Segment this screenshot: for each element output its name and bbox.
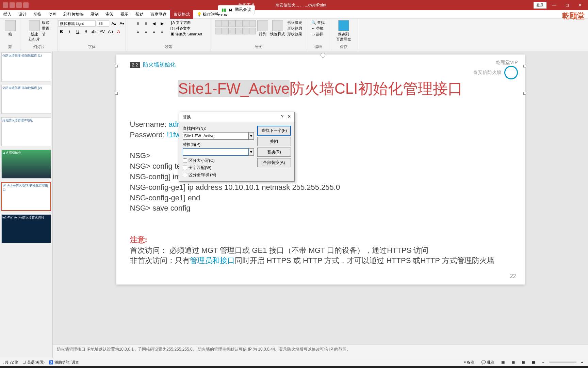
undo-icon[interactable] xyxy=(16,2,22,8)
width-checkbox[interactable]: 区分全/半角(M) xyxy=(183,172,254,178)
align-center-icon[interactable]: ≡ xyxy=(143,28,149,35)
thumbnail[interactable]: 始化防火墙管理IP地址 xyxy=(1,117,51,146)
tab-shape-format[interactable]: 形状格式 xyxy=(170,10,193,19)
spacing-icon[interactable]: AV xyxy=(99,28,106,35)
font-size-select[interactable] xyxy=(97,20,109,27)
replace-all-button[interactable]: 全部替换(A) xyxy=(257,158,291,167)
shapes-gallery[interactable] xyxy=(215,20,255,34)
slide-count: , 共 72 张 xyxy=(3,360,18,365)
notes-button[interactable]: ≡ 备注 xyxy=(462,359,476,366)
tab-review[interactable]: 审阅 xyxy=(102,10,117,19)
quick-styles-button[interactable]: 快速样式 xyxy=(270,20,285,37)
font-name-select[interactable] xyxy=(58,20,96,27)
new-slide-button[interactable]: 新建 幻灯片 xyxy=(29,20,40,42)
shadow-icon[interactable]: abc xyxy=(91,28,98,35)
selection-handle[interactable] xyxy=(523,92,526,95)
shape-fill-button[interactable]: 形状填充 xyxy=(287,20,302,25)
justify-icon[interactable]: ≡ xyxy=(159,28,166,35)
tencent-meeting-badge[interactable]: ▮▮ ᴍ 腾讯会议 xyxy=(218,5,255,14)
tab-design[interactable]: 设计 xyxy=(15,10,30,19)
reset-button[interactable]: 重置 xyxy=(42,26,49,31)
dropdown-icon[interactable]: ▾ xyxy=(248,132,254,140)
tab-record[interactable]: 录制 xyxy=(87,10,102,19)
accessibility[interactable]: ♿ 辅助功能: 调查 xyxy=(49,360,79,365)
selection-handle[interactable] xyxy=(115,65,118,67)
font-color-icon[interactable]: A xyxy=(115,28,122,35)
align-left-icon[interactable]: ≡ xyxy=(134,28,141,35)
titlebar: 绘图工具 奇安信防火... ... ...owerPoint 登录 — ◻ ✕ xyxy=(0,0,588,10)
sorter-view-icon[interactable]: ▦ xyxy=(509,359,517,365)
redo-icon[interactable] xyxy=(23,2,29,8)
find-button[interactable]: 🔍 查找 xyxy=(311,20,325,25)
login-button[interactable]: 登录 xyxy=(534,2,546,9)
replace-button[interactable]: 替换(R) xyxy=(257,148,291,157)
align-right-icon[interactable]: ≡ xyxy=(151,28,158,35)
grow-font-icon[interactable]: A▴ xyxy=(111,20,117,27)
paste-icon[interactable] xyxy=(5,20,16,31)
save-icon[interactable] xyxy=(10,2,15,8)
close-icon[interactable]: ✕ xyxy=(288,114,291,119)
thumbnail[interactable]: .2 火墙初始化 xyxy=(1,150,51,179)
smartart-button[interactable]: ▣ 转换为 SmartArt xyxy=(170,32,202,37)
thumbnail[interactable]: 化防火墙部署-添加数据库 (2) xyxy=(1,85,51,114)
zoom-slider[interactable] xyxy=(549,362,576,363)
tab-help[interactable]: 帮助 xyxy=(132,10,147,19)
bullets-icon[interactable]: ≡ xyxy=(134,20,141,27)
shrink-font-icon[interactable]: A▾ xyxy=(119,20,126,27)
tab-view[interactable]: 视图 xyxy=(117,10,132,19)
rotate-handle-icon[interactable] xyxy=(321,53,325,58)
text-direction-button[interactable]: ‖A 文字方向 xyxy=(170,20,202,25)
reading-view-icon[interactable]: ▦ xyxy=(520,359,527,365)
layout-button[interactable]: 版式 xyxy=(42,20,49,25)
find-label: 查找内容(N): xyxy=(183,126,254,132)
maximize-icon[interactable]: ◻ xyxy=(562,3,572,7)
shape-outline-button[interactable]: 形状轮廓 xyxy=(287,26,302,31)
zoom-out-icon[interactable]: − xyxy=(540,359,546,365)
selection-handle[interactable] xyxy=(523,65,526,67)
italic-icon[interactable]: I xyxy=(66,28,73,35)
strike-icon[interactable]: S xyxy=(83,28,89,35)
selection-handle[interactable] xyxy=(115,92,118,95)
replace-input[interactable] xyxy=(183,148,248,156)
minimize-icon[interactable]: — xyxy=(549,3,559,7)
close-icon[interactable]: ✕ xyxy=(575,3,585,7)
find-next-button[interactable]: 查找下一个(F) xyxy=(257,126,291,136)
tab-baidu[interactable]: 百度网盘 xyxy=(147,10,170,19)
whole-word-checkbox[interactable]: 全字匹配(W) xyxy=(183,165,254,171)
language[interactable]: ☐ 英语(美国) xyxy=(22,360,44,365)
replace-button[interactable]: ↔ 替换 xyxy=(311,26,325,31)
tab-slideshow[interactable]: 幻灯片放映 xyxy=(60,10,87,19)
ribbon-tabs: 插入 设计 切换 动画 幻灯片放映 录制 审阅 视图 帮助 百度网盘 形状格式 … xyxy=(0,10,588,19)
save-cloud-button[interactable]: 保存到 百度网盘 xyxy=(336,20,351,42)
shape-effect-button[interactable]: 形状效果 xyxy=(287,32,302,37)
case-icon[interactable]: Aa xyxy=(107,28,114,35)
tab-insert[interactable]: 插入 xyxy=(0,10,15,19)
normal-view-icon[interactable]: ▦ xyxy=(499,359,507,365)
dropdown-icon[interactable]: ▾ xyxy=(248,148,254,156)
match-case-checkbox[interactable]: 区分大小写(C) xyxy=(183,158,254,164)
indent-left-icon[interactable]: ◀ xyxy=(151,20,158,27)
numbering-icon[interactable]: ≡ xyxy=(143,20,149,27)
zoom-in-icon[interactable]: + xyxy=(579,359,585,365)
select-button[interactable]: ▭ 选择 xyxy=(311,32,325,37)
section-button[interactable]: 节 xyxy=(42,32,49,37)
slide-main-title[interactable]: Site1-FW_Active防火墙CLI初始化管理接口 xyxy=(130,79,511,99)
slide[interactable]: 2.2 防火墙初始化 乾颐堂VIP 奇安信防火墙 Site1-FW_Active… xyxy=(116,55,525,285)
find-input[interactable] xyxy=(183,132,248,140)
close-button[interactable]: 关闭 xyxy=(257,137,291,146)
slideshow-view-icon[interactable]: ▦ xyxy=(530,359,537,365)
thumbnail-active[interactable]: W_Active防火墙CLI初始化管理接口 xyxy=(1,182,51,211)
align-text-button[interactable]: [‡] 对齐文本 xyxy=(170,26,202,31)
tab-animation[interactable]: 动画 xyxy=(45,10,60,19)
tab-transition[interactable]: 切换 xyxy=(30,10,45,19)
indent-right-icon[interactable]: ▶ xyxy=(159,20,166,27)
underline-icon[interactable]: U xyxy=(75,28,81,35)
thumbnail[interactable]: te1-FW_Active防火墙首次访问 xyxy=(1,214,51,243)
comments-button[interactable]: 💬 批注 xyxy=(479,359,496,366)
notes-pane[interactable]: 防火墙管理接口 IP地址默认设置为10.0.0.1，子网掩码设置为255.255… xyxy=(53,344,588,358)
dialog-title: 替换 xyxy=(183,114,191,120)
arrange-button[interactable]: 排列 xyxy=(257,20,268,37)
bold-icon[interactable]: B xyxy=(58,28,65,35)
help-icon[interactable]: ? xyxy=(281,114,283,119)
thumbnail[interactable]: 化防火墙部署-添加数据库 (1) xyxy=(1,52,51,81)
